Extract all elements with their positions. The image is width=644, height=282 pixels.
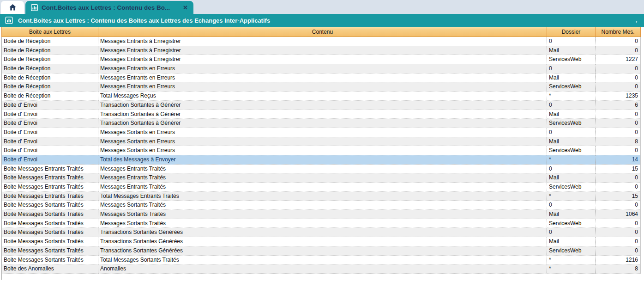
cell-dossier: 0 (547, 128, 596, 137)
tab-home[interactable] (1, 1, 24, 14)
cell-nombre: 15 (596, 192, 641, 201)
table-row[interactable]: Boite d' Envoi Transaction Sortantes à G… (2, 110, 641, 119)
cell-boite: Boite des Anomalies (2, 264, 98, 274)
cell-contenu: Messages Entrants en Erreurs (98, 82, 547, 92)
mailbox-table: Boite aux Lettres Contenu Dossier Nombre… (1, 27, 641, 274)
cell-contenu: Total Messages Entrants Traités (98, 192, 547, 201)
cell-dossier: 0 (547, 101, 596, 110)
cell-boite: Boite d' Envoi (2, 101, 98, 110)
cell-dossier: Mail (547, 110, 596, 119)
table-row[interactable]: Boite de Réception Messages Entrants en … (2, 64, 641, 74)
cell-dossier: ServicesWeb (547, 82, 596, 92)
cell-dossier: ServicesWeb (547, 246, 596, 256)
column-header-nombre[interactable]: Nombre Mes. (596, 27, 641, 37)
table-row[interactable]: Boite Messages Sortants Traités Messages… (2, 219, 641, 228)
cell-boite: Boite Messages Sortants Traités (2, 256, 98, 265)
table-row[interactable]: Boite Messages Entrants Traités Total Me… (2, 192, 641, 201)
cell-contenu: Anomalies (98, 264, 547, 274)
cell-dossier: Mail (547, 137, 596, 147)
cell-nombre: 0 (596, 74, 641, 83)
table-row[interactable]: Boite de Réception Messages Entrants en … (2, 74, 641, 83)
cell-dossier: ServicesWeb (547, 183, 596, 192)
cell-boite: Boite Messages Entrants Traités (2, 183, 98, 192)
tab-active-label: Cont.Boites aux Lettres : Contenu des Bo… (42, 4, 170, 11)
cell-contenu: Transaction Sortantes à Générer (98, 119, 547, 128)
cell-contenu: Messages Sortants Traités (98, 210, 547, 219)
bar-chart-icon (31, 4, 38, 11)
table-row[interactable]: Boite Messages Sortants Traités Transact… (2, 237, 641, 246)
table-row[interactable]: Boite d' Envoi Messages Sortants en Erre… (2, 146, 641, 155)
cell-nombre: 0 (596, 82, 641, 92)
right-arrow-icon[interactable]: → (631, 17, 639, 25)
table-row[interactable]: Boite d' Envoi Messages Sortants en Erre… (2, 137, 641, 147)
close-icon[interactable]: ✕ (180, 4, 188, 11)
cell-dossier: Mail (547, 237, 596, 246)
table-row[interactable]: Boite Messages Entrants Traités Messages… (2, 173, 641, 183)
cell-nombre: 1235 (596, 92, 641, 101)
cell-boite: Boite d' Envoi (2, 155, 98, 165)
table-row[interactable]: Boite d' Envoi Total des Messages à Envo… (2, 155, 641, 165)
table-row[interactable]: Boite d' Envoi Transaction Sortantes à G… (2, 101, 641, 110)
cell-contenu: Transactions Sortantes Générées (98, 228, 547, 237)
table-left-border-stub (1, 274, 2, 280)
column-header-boite[interactable]: Boite aux Lettres (2, 27, 98, 37)
cell-nombre: 0 (596, 183, 641, 192)
cell-boite: Boite d' Envoi (2, 119, 98, 128)
table-row[interactable]: Boite de Réception Messages Entrants à E… (2, 37, 641, 46)
cell-dossier: Mail (547, 74, 596, 83)
cell-boite: Boite de Réception (2, 92, 98, 101)
cell-boite: Boite Messages Sortants Traités (2, 228, 98, 237)
cell-dossier: 0 (547, 165, 596, 174)
cell-contenu: Messages Sortants en Erreurs (98, 137, 547, 147)
table-row[interactable]: Boite de Réception Messages Entrants en … (2, 82, 641, 92)
cell-nombre: 0 (596, 219, 641, 228)
table-row[interactable]: Boite d' Envoi Messages Sortants en Erre… (2, 128, 641, 137)
cell-contenu: Transaction Sortantes à Générer (98, 110, 547, 119)
table-row[interactable]: Boite Messages Sortants Traités Messages… (2, 201, 641, 210)
cell-boite: Boite de Réception (2, 55, 98, 64)
table-row[interactable]: Boite Messages Entrants Traités Messages… (2, 165, 641, 174)
cell-contenu: Transaction Sortantes à Générer (98, 101, 547, 110)
table-row[interactable]: Boite des Anomalies Anomalies * 8 (2, 264, 641, 274)
cell-boite: Boite de Réception (2, 82, 98, 92)
cell-boite: Boite Messages Sortants Traités (2, 219, 98, 228)
table-row[interactable]: Boite Messages Sortants Traités Transact… (2, 246, 641, 256)
cell-dossier: Mail (547, 210, 596, 219)
cell-contenu: Messages Entrants à Enregistrer (98, 46, 547, 55)
cell-contenu: Messages Sortants en Erreurs (98, 128, 547, 137)
cell-boite: Boite de Réception (2, 46, 98, 55)
table-row[interactable]: Boite d' Envoi Transaction Sortantes à G… (2, 119, 641, 128)
table-row[interactable]: Boite Messages Sortants Traités Total Me… (2, 256, 641, 265)
table-row[interactable]: Boite de Réception Total Messages Reçus … (2, 92, 641, 101)
cell-boite: Boite d' Envoi (2, 128, 98, 137)
cell-nombre: 0 (596, 46, 641, 55)
table-row[interactable]: Boite de Réception Messages Entrants à E… (2, 55, 641, 64)
cell-dossier: * (547, 256, 596, 265)
cell-boite: Boite Messages Entrants Traités (2, 192, 98, 201)
column-header-contenu[interactable]: Contenu (98, 27, 547, 37)
cell-nombre: 14 (596, 155, 641, 165)
report-title-bar: Cont.Boites aux Lettres : Contenu des Bo… (0, 14, 644, 27)
cell-nombre: 6 (596, 101, 641, 110)
table-row[interactable]: Boite Messages Entrants Traités Messages… (2, 183, 641, 192)
cell-dossier: ServicesWeb (547, 119, 596, 128)
table-row[interactable]: Boite Messages Sortants Traités Messages… (2, 210, 641, 219)
cell-boite: Boite de Réception (2, 64, 98, 74)
table-row[interactable]: Boite de Réception Messages Entrants à E… (2, 46, 641, 55)
cell-contenu: Messages Entrants Traités (98, 183, 547, 192)
cell-contenu: Messages Sortants Traités (98, 201, 547, 210)
tab-active[interactable]: Cont.Boites aux Lettres : Contenu des Bo… (25, 1, 193, 14)
cell-contenu: Total Messages Sortants Traités (98, 256, 547, 265)
cell-boite: Boite Messages Entrants Traités (2, 165, 98, 174)
cell-nombre: 0 (596, 237, 641, 246)
cell-nombre: 0 (596, 128, 641, 137)
table-row[interactable]: Boite Messages Sortants Traités Transact… (2, 228, 641, 237)
table-body: Boite de Réception Messages Entrants à E… (1, 37, 641, 274)
cell-dossier: ServicesWeb (547, 219, 596, 228)
cell-dossier: ServicesWeb (547, 55, 596, 64)
cell-boite: Boite d' Envoi (2, 137, 98, 147)
cell-contenu: Total Messages Reçus (98, 92, 547, 101)
cell-nombre: 0 (596, 119, 641, 128)
column-header-dossier[interactable]: Dossier (547, 27, 596, 37)
cell-contenu: Messages Entrants Traités (98, 173, 547, 183)
